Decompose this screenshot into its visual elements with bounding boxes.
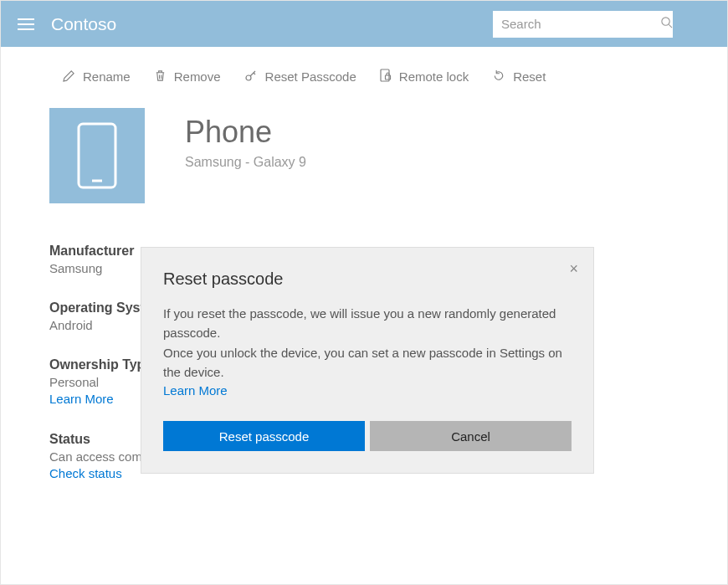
hamburger-menu-icon[interactable] [18,18,34,30]
reset-passcode-dialog: × Reset passcode If you reset the passco… [141,247,594,474]
device-icon [49,108,145,203]
device-header: Phone Samsung - Galaxy 9 [49,108,679,203]
search-box[interactable] [493,11,673,38]
learn-more-link[interactable]: Learn More [49,392,114,406]
svg-point-0 [662,18,669,25]
remove-button[interactable]: Remove [154,69,221,85]
toolbar: Rename Remove Reset Passcode Remote lock… [1,47,727,101]
svg-line-1 [669,24,672,28]
device-title-block: Phone Samsung - Galaxy 9 [185,108,306,170]
check-status-link[interactable]: Check status [49,466,122,480]
key-icon [244,69,258,85]
toolbar-label: Reset [513,69,546,84]
app-header: Contoso [1,1,727,47]
trash-icon [154,69,167,85]
dialog-title: Reset passcode [163,269,572,289]
dialog-learn-more-link[interactable]: Learn More [163,383,228,398]
rename-button[interactable]: Rename [63,69,131,85]
cancel-button[interactable]: Cancel [370,421,572,451]
device-subtitle: Samsung - Galaxy 9 [185,155,306,170]
toolbar-label: Rename [83,69,131,84]
toolbar-label: Reset Passcode [265,69,356,84]
search-input[interactable] [501,17,660,31]
reset-passcode-button[interactable]: Reset Passcode [244,69,356,85]
dialog-text-2: Once you unlock the device, you can set … [163,346,562,379]
reset-passcode-confirm-button[interactable]: Reset passcode [163,421,365,451]
close-icon[interactable]: × [569,261,578,276]
reset-button[interactable]: Reset [492,69,546,85]
brand-title: Contoso [51,14,116,34]
dialog-buttons: Reset passcode Cancel [163,421,572,451]
toolbar-label: Remove [174,69,221,84]
header-left: Contoso [18,14,116,34]
toolbar-label: Remote lock [399,69,469,84]
device-name: Phone [185,115,306,150]
lock-device-icon [380,69,392,85]
pencil-icon [63,69,75,85]
svg-rect-4 [385,75,390,80]
dialog-text-1: If you reset the passcode, we will issue… [163,306,556,340]
svg-rect-5 [79,124,115,187]
search-icon[interactable] [660,16,673,32]
remote-lock-button[interactable]: Remote lock [380,69,469,85]
reset-icon [492,69,505,85]
dialog-body: If you reset the passcode, we will issue… [163,304,572,382]
